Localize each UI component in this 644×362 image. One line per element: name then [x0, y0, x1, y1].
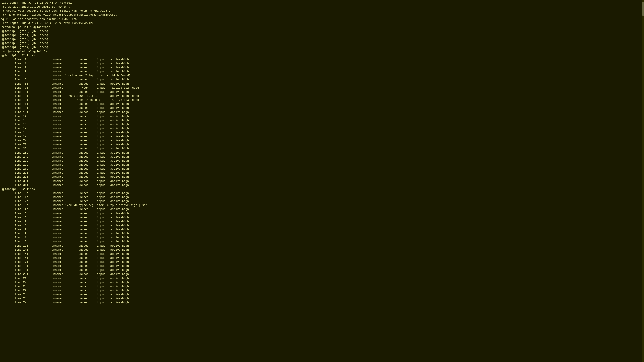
terminal-line: line 13: unnamed unused input active-hig…: [1, 244, 324, 248]
terminal-line: gpiochip0 [gpio0] (32 lines): [1, 29, 324, 33]
terminal-line: line 5: unnamed unused input active-high: [1, 212, 324, 216]
terminal-line: line 31: unnamed unused input active-hig…: [1, 183, 324, 187]
terminal-line: line 15: unnamed unused input active-hig…: [1, 252, 324, 256]
terminal-line: line 22: unnamed unused input active-hig…: [1, 147, 324, 151]
terminal-line: line 19: unnamed unused input active-hig…: [1, 268, 324, 272]
terminal-line: line 17: unnamed unused input active-hig…: [1, 260, 324, 264]
terminal-line: line 26: unnamed unused input active-hig…: [1, 297, 324, 301]
terminal-line: line 6: unnamed unused input active-high: [1, 216, 324, 220]
terminal-line: line 24: unnamed unused input active-hig…: [1, 289, 324, 293]
terminal-line: line 12: unnamed unused input active-hig…: [1, 106, 324, 110]
terminal-line: line 2: unnamed unused input active-high: [1, 199, 324, 203]
terminal-line: line 12: unnamed unused input active-hig…: [1, 240, 324, 244]
terminal-line: line 0: unnamed unused input active-high: [1, 58, 324, 62]
terminal-line: wp-2:~ walter.precht1% ssh root@192.168.…: [1, 17, 324, 21]
terminal-line: line 25: unnamed unused input active-hig…: [1, 293, 324, 297]
terminal-line: root@rock-pi-4b:~# gpioinfo: [1, 50, 324, 54]
terminal-line: line 0: unnamed unused input active-high: [1, 191, 324, 195]
terminal-line: line 4: unnamed unused input active-high: [1, 207, 324, 211]
terminal-line: line 17: unnamed unused input active-hig…: [1, 126, 324, 130]
terminal-line: line 7: unnamed unused input active-high: [1, 220, 324, 224]
terminal-line: line 21: unnamed unused input active-hig…: [1, 276, 324, 281]
terminal-line: line 18: unnamed unused input active-hig…: [1, 130, 324, 134]
terminal-line: line 22: unnamed unused input active-hig…: [1, 281, 324, 285]
terminal-line: line 29: unnamed unused input active-hig…: [1, 175, 324, 179]
terminal-line: line 1: unnamed unused input active-high: [1, 195, 324, 199]
terminal-line: line 11: unnamed unused input active-hig…: [1, 102, 324, 106]
terminal-line: gpiochip3 [gpio3] (32 lines): [1, 41, 324, 45]
terminal-line: gpiochip1 [gpio1] (32 lines): [1, 33, 324, 37]
terminal-line: gpiochip4 [gpio4] (32 lines): [1, 45, 324, 49]
terminal-line: line 3: unnamed "vcc5v0-typec-regulator"…: [1, 203, 324, 207]
terminal-line: line 9: unnamed unused input active-high: [1, 228, 324, 232]
terminal-line: line 3: unnamed unused input active-high: [1, 70, 324, 74]
terminal-line: line 20: unnamed unused input active-hig…: [1, 272, 324, 276]
terminal-line: Last login: Tue Jun 21 11:02:43 on ttys0…: [1, 1, 324, 5]
terminal-line: line 27: unnamed unused input active-hig…: [1, 301, 324, 305]
terminal-line: line 16: unnamed unused input active-hig…: [1, 122, 324, 126]
terminal-line: line 28: unnamed unused input active-hig…: [1, 171, 324, 175]
terminal-line: line 19: unnamed unused input active-hig…: [1, 134, 324, 139]
terminal-line: To update your account to use zsh, pleas…: [1, 9, 324, 13]
terminal-line: line 14: unnamed unused input active-hig…: [1, 114, 324, 118]
terminal-line: line 25: unnamed unused input active-hig…: [1, 159, 324, 163]
terminal-line: line 16: unnamed unused input active-hig…: [1, 256, 324, 260]
terminal-line: line 9: unnamed "shutdown" output active…: [1, 94, 324, 98]
terminal-line: line 23: unnamed unused input active-hig…: [1, 285, 324, 289]
terminal-line: line 7: unnamed "cd" input active-low [u…: [1, 86, 324, 90]
terminal-line: gpiochip1 - 32 lines:: [1, 187, 324, 191]
terminal-line: For more details, please visit https://s…: [1, 13, 324, 17]
terminal-line: line 10: unnamed "reset" output active-l…: [1, 98, 324, 102]
terminal-line: line 2: unnamed unused input active-high: [1, 66, 324, 70]
terminal-line: line 11: unnamed unused input active-hig…: [1, 236, 324, 240]
terminal-line: line 27: unnamed unused input active-hig…: [1, 167, 324, 171]
terminal-line: line 4: unnamed "host-wakeup" input acti…: [1, 74, 324, 78]
terminal-line: line 1: unnamed unused input active-high: [1, 62, 324, 66]
terminal-line: line 5: unnamed unused input active-high: [1, 78, 324, 82]
terminal-line: root@rock-pi-4b:~# gpiodetect: [1, 25, 324, 29]
terminal-line: line 21: unnamed unused input active-hig…: [1, 143, 324, 147]
terminal-line: line 14: unnamed unused input active-hig…: [1, 248, 324, 252]
terminal-line: line 15: unnamed unused input active-hig…: [1, 118, 324, 122]
terminal-line: gpiochip0 - 32 lines:: [1, 54, 324, 58]
terminal-line: line 23: unnamed unused input active-hig…: [1, 151, 324, 155]
terminal-line: line 26: unnamed unused input active-hig…: [1, 163, 324, 167]
terminal-line: line 13: unnamed unused input active-hig…: [1, 110, 324, 114]
terminal-line: line 24: unnamed unused input active-hig…: [1, 155, 324, 159]
terminal-output: Last login: Tue Jun 21 11:02:43 on ttys0…: [0, 0, 326, 306]
terminal-line: line 18: unnamed unused input active-hig…: [1, 264, 324, 268]
terminal-line: line 6: unnamed unused input active-high: [1, 82, 324, 86]
terminal-line: line 8: unnamed unused input active-high: [1, 224, 324, 228]
terminal-line: Last login: Tue Jun 21 02:54:02 2022 fro…: [1, 21, 324, 25]
terminal-line: line 10: unnamed unused input active-hig…: [1, 232, 324, 236]
terminal-line: line 8: unnamed unused input active-high: [1, 90, 324, 94]
terminal-line: gpiochip2 [gpio2] (32 lines): [1, 37, 324, 41]
terminal-line: line 30: unnamed unused input active-hig…: [1, 179, 324, 183]
terminal-line: The default interactive shell is now zsh…: [1, 5, 324, 9]
terminal-line: line 20: unnamed unused input active-hig…: [1, 139, 324, 143]
